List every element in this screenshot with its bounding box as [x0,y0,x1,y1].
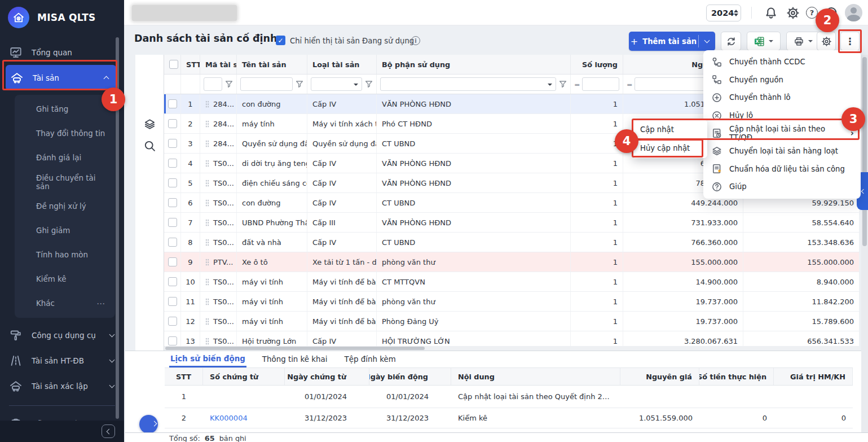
search-button[interactable] [143,139,156,152]
table-row[interactable]: 7TS0...UBND Phường Thắng LợiCấp IIIVĂN P… [164,213,860,233]
row-checkbox[interactable] [168,178,177,187]
detail-row[interactable]: 101/01/202401/01/2024Cập nhật loại tài s… [165,386,853,408]
filter-funnel-icon[interactable] [365,80,373,88]
row-checkbox[interactable] [168,257,177,266]
table-row[interactable]: 9PTV...Xe ô tôXe tải từ 1 tấn - dưới 5 t… [164,252,860,272]
sidebar-item-tai-san-xac-lap[interactable]: Tài sản xác lập [0,373,124,399]
expand-panel-button[interactable] [139,415,158,434]
drag-handle-icon[interactable] [205,140,209,147]
detail-row[interactable]: 2KK00000431/12/202331/12/2023Kiểm kê1.05… [165,408,853,428]
notifications-button[interactable] [764,6,778,20]
row-checkbox[interactable] [168,159,177,168]
column-header-ten-tai-san[interactable]: Tên tài sản [237,55,307,74]
column-header-so-luong[interactable]: Số lượng [571,55,623,74]
equals-operator[interactable]: = [574,80,579,89]
settings-button[interactable] [786,6,800,20]
sidebar-subitem-thay-doi-thong-tin[interactable]: Thay đổi thông tin [15,121,115,146]
filter-input[interactable] [380,77,556,91]
filter-funnel-icon[interactable] [559,80,567,88]
submenu-item-cap-nhat[interactable]: Cập nhật [632,120,707,139]
horizontal-scrollbar[interactable] [164,346,860,351]
vscroll-thumb[interactable] [862,57,867,246]
menu-item-chuyen-loai-tai-san-hang-loat[interactable]: Chuyển loại tài sản hàng loạt [703,142,861,160]
refresh-button[interactable] [721,32,741,51]
submenu-item-huy-cap-nhat[interactable]: Hủy cập nhật [632,139,707,157]
menu-item-chuyen-thanh-lo[interactable]: Chuyển thành lô [703,89,861,107]
table-settings-button[interactable] [817,32,836,51]
print-button[interactable] [786,32,820,51]
drag-handle-icon[interactable] [205,199,209,207]
menu-item-chuyen-nguon[interactable]: Chuyển nguồn [703,71,861,89]
table-row[interactable]: 8TS0...đất và nhàCấp IVCT UBND1766.360.0… [164,233,860,252]
drag-handle-icon[interactable] [205,100,209,108]
info-icon[interactable]: i [411,36,420,45]
row-checkbox[interactable] [168,198,177,207]
show-in-use-checkbox[interactable]: ✓ [276,36,285,45]
export-excel-button[interactable]: X [747,32,781,51]
filter-input[interactable] [240,77,293,91]
menu-item-cap-nhat-loai-tai-san-theo-tt-qd[interactable]: Cập nhật loại tài sản theo TT/QĐ› [703,124,861,142]
sidebar-scrollbar[interactable] [116,37,119,419]
sidebar-subitem-ghi-tang[interactable]: Ghi tăng [15,97,115,121]
sidebar-item-tai-san[interactable]: Tài sản [6,65,116,90]
row-checkbox[interactable] [168,99,177,108]
more-actions-button[interactable]: ⋮ [840,32,860,51]
column-header-select[interactable] [164,55,181,74]
hscroll-thumb[interactable] [165,347,425,350]
app-logo[interactable]: MISA QLTS [0,0,124,35]
sidebar-subitem-dieu-chuyen-tai-san[interactable]: Điều chuyển tài sản [15,170,115,194]
table-row[interactable]: 12TS0...máy vi tínhMáy vi tính để bànPhò… [164,312,860,331]
row-checkbox[interactable] [168,119,177,128]
drag-handle-icon[interactable] [205,180,209,187]
row-checkbox[interactable] [168,218,177,227]
sidebar-item-tai-san-ht-db[interactable]: Tài sản HT-ĐB [0,348,124,373]
sidebar-subitem-tinh-hao-mon[interactable]: Tính hao mòn [15,243,115,267]
drag-handle-icon[interactable] [205,278,209,286]
sidebar-item-cong-cu-dung-cu[interactable]: Công cụ dụng cụ [0,322,124,348]
drag-handle-icon[interactable] [205,160,209,167]
tab-thong-tin-ke-khai[interactable]: Thông tin kê khai [261,351,329,367]
filter-input[interactable] [582,77,619,91]
filter-input[interactable] [311,77,362,91]
menu-item-chuan-hoa-du-lieu-tai-san-cong[interactable]: Chuẩn hóa dữ liệu tài sản công [703,160,861,178]
table-row[interactable]: 10TS0...máy vi tínhMáy vi tính để bànCT … [164,272,860,292]
sidebar-collapse-button[interactable] [102,425,115,438]
column-header-ma-tai-s[interactable]: Mã tài s... [200,55,237,74]
row-checkbox[interactable] [168,317,177,326]
sidebar-item-tong-quan[interactable]: Tổng quan [0,40,124,65]
filter-input[interactable] [204,77,222,91]
menu-item-giup[interactable]: Giúp [703,178,861,196]
column-header-stt[interactable]: STT [181,55,200,74]
tab-tep-dinh-kem[interactable]: Tệp đính kèm [343,351,397,367]
sidebar-subitem-danh-gia-lai[interactable]: Đánh giá lại [15,146,115,170]
menu-item-huy-lo[interactable]: Hủy lô [703,107,861,125]
group-view-button[interactable] [143,118,156,131]
drag-handle-icon[interactable] [205,259,209,266]
table-row[interactable]: 11TS0...máy vi tínhMáy vi tính để bànphò… [164,292,860,312]
year-selector[interactable]: 2024 [706,5,741,21]
add-asset-dropdown-button[interactable] [699,32,715,51]
document-link[interactable]: KK000004 [210,414,248,422]
sidebar-subitem-khac[interactable]: Khác⋯ [15,291,115,316]
row-checkbox[interactable] [168,238,177,247]
user-avatar[interactable] [845,4,862,21]
add-asset-button[interactable]: +Thêm tài sản [629,32,698,51]
row-checkbox[interactable] [168,277,177,286]
year-spinner-icon[interactable] [734,10,738,16]
drag-handle-icon[interactable] [205,120,209,128]
sidebar-subitem-de-nghi-xu-ly[interactable]: Đề nghị xử lý [15,194,115,218]
drag-handle-icon[interactable] [205,239,209,246]
filter-funnel-icon[interactable] [296,80,303,88]
row-checkbox[interactable] [168,139,177,148]
tab-lich-su-bien-dong[interactable]: Lịch sử biến động [169,351,246,367]
filter-funnel-icon[interactable] [225,80,233,88]
drag-handle-icon[interactable] [205,219,209,226]
row-checkbox[interactable] [168,297,177,306]
drag-handle-icon[interactable] [205,298,209,305]
drag-handle-icon[interactable] [205,318,209,325]
drag-handle-icon[interactable] [205,338,209,345]
sidebar-subitem-kiem-ke[interactable]: Kiểm kê [15,267,115,291]
vertical-scrollbar[interactable] [861,55,868,442]
column-header-loai-tai-san[interactable]: Loại tài sản [307,55,377,74]
column-header-bo-phan-su-dung[interactable]: Bộ phận sử dụng [377,55,571,74]
